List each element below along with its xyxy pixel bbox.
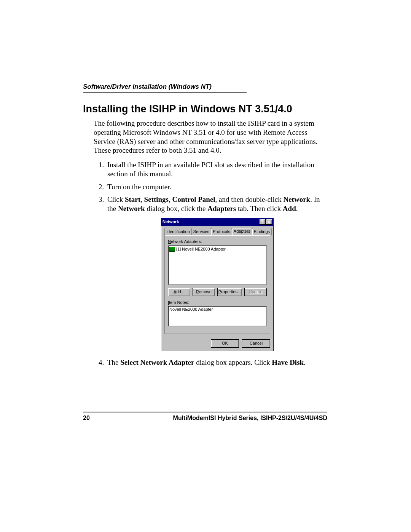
dialog-footer: OK Cancel (161, 336, 273, 351)
step-4-text2: dialog box appears. Click (194, 358, 272, 366)
network-card-icon (169, 247, 175, 252)
page-footer: 20 MultiModemISI Hybrid Series, ISIHP-2S… (83, 412, 327, 422)
adapters-listbox[interactable]: [1] Novell NE2000 Adapter (168, 245, 267, 285)
step-3-bold-start: Start (125, 195, 140, 203)
running-header: Software/Driver Installation (Windows NT… (83, 83, 247, 93)
step-1: Install the ISIHP in an available PCI sl… (106, 160, 327, 179)
step-3-bold-cp: Control Panel (172, 195, 215, 203)
mnemonic: R (196, 289, 199, 294)
page-number: 20 (83, 415, 90, 422)
step-2: Turn on the computer. (106, 182, 327, 192)
tab-protocols[interactable]: Protocols (211, 228, 232, 235)
btn-text: emove (199, 289, 212, 294)
step-4-bold-havedisk: Have Disk (272, 358, 304, 366)
page-title: Installing the ISIHP in Windows NT 3.51/… (83, 103, 327, 115)
tab-services[interactable]: Services (191, 228, 211, 235)
step-4-end: . (304, 358, 306, 366)
label-mnemonic: N (168, 239, 171, 244)
ok-button[interactable]: OK (211, 339, 239, 348)
cancel-button[interactable]: Cancel (242, 339, 270, 348)
close-icon[interactable]: × (266, 219, 272, 225)
add-button[interactable]: Add... (168, 288, 190, 296)
step-3-text2: , and then double-click (215, 195, 284, 203)
update-button: Update (244, 288, 267, 296)
step-3-bold-network2: Network (118, 204, 145, 212)
help-icon[interactable]: ? (259, 219, 265, 225)
label-rest: etwork Adapters: (171, 239, 202, 244)
procedure-list: Install the ISIHP in an available PCI sl… (94, 160, 327, 367)
dialog-title-text: Network (162, 219, 258, 225)
intro-paragraph: The following procedure describes how to… (94, 119, 327, 155)
tab-adapters[interactable]: Adapters (232, 228, 252, 235)
step-3-text: Click (107, 195, 125, 203)
step-4-text: The (107, 358, 120, 366)
step-3-bold-network: Network (283, 195, 310, 203)
mnemonic: U (249, 289, 252, 294)
adapters-panel: Network Adapters: [1] Novell NE2000 Adap… (164, 235, 270, 334)
adapter-item-text: [1] Novell NE2000 Adapter (176, 247, 226, 252)
network-adapters-label: Network Adapters: (168, 239, 267, 244)
step-3-sep: , (140, 195, 144, 203)
dialog-screenshot: Network ? × Identification Services Prot… (107, 218, 327, 351)
step-4-bold-sna: Select Network Adapter (120, 358, 194, 366)
step-3-bold-add: Add (283, 204, 296, 212)
adapter-buttons-row: Add... Remove Properties... Update (168, 288, 267, 296)
properties-button[interactable]: Properties... (217, 288, 242, 296)
network-dialog: Network ? × Identification Services Prot… (161, 218, 274, 351)
remove-button[interactable]: Remove (193, 288, 215, 296)
tab-identification[interactable]: Identification (164, 228, 192, 235)
btn-text: roperties... (221, 289, 241, 294)
tab-bindings[interactable]: Bindings (252, 228, 272, 235)
step-3-end: . (296, 204, 298, 212)
list-item[interactable]: [1] Novell NE2000 Adapter (169, 246, 266, 252)
step-3-bold-adapters: Adapters (207, 204, 236, 212)
dialog-body: Identification Services Protocols Adapte… (161, 226, 273, 336)
dialog-titlebar: Network ? × (161, 218, 273, 226)
step-3: Click Start, Settings, Control Panel, an… (106, 195, 327, 351)
footer-rule (83, 412, 327, 412)
product-line: MultiModemISI Hybrid Series, ISIHP-2S/2U… (173, 415, 327, 422)
btn-text: dd... (176, 289, 184, 294)
btn-text: pdate (252, 289, 263, 294)
tab-strip: Identification Services Protocols Adapte… (164, 228, 270, 235)
step-4: The Select Network Adapter dialog box ap… (106, 358, 327, 367)
step-3-text4: dialog box, click the (145, 204, 208, 212)
item-notes-textbox[interactable]: Novell NE2000 Adapter (168, 306, 267, 326)
item-notes-label: Item Notes: (168, 300, 267, 305)
step-3-bold-settings: Settings (144, 195, 169, 203)
step-3-text5: tab. Then click (236, 204, 283, 212)
label-rest: tem Notes: (169, 300, 189, 305)
document-page: Software/Driver Installation (Windows NT… (0, 0, 411, 532)
